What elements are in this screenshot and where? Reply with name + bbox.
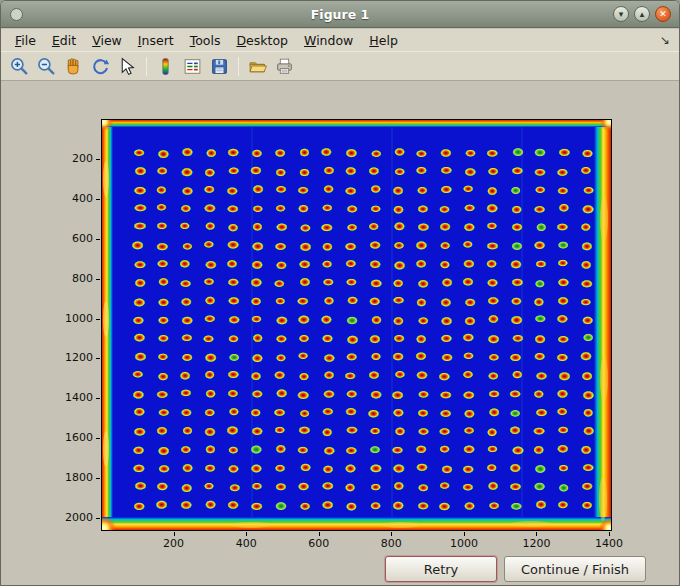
y-tick-label: 1200	[47, 351, 93, 364]
y-tick-mark	[96, 319, 100, 320]
toolbar-separator	[146, 57, 147, 76]
y-tick-label: 200	[47, 152, 93, 165]
x-tick-label: 1000	[442, 537, 486, 550]
data-cursor-icon[interactable]	[115, 54, 140, 79]
menu-file[interactable]: File	[7, 30, 44, 51]
menu-bar: FileEditViewInsertToolsDesktopWindowHelp…	[1, 29, 679, 51]
x-tick-mark	[464, 532, 465, 536]
y-tick-mark	[96, 239, 100, 240]
x-tick-label: 1200	[514, 537, 558, 550]
y-tick-mark	[96, 279, 100, 280]
y-tick-label: 1000	[47, 312, 93, 325]
y-tick-label: 2000	[47, 511, 93, 524]
y-tick-mark	[96, 358, 100, 359]
y-tick-mark	[96, 199, 100, 200]
insert-colorbar-icon[interactable]	[153, 54, 178, 79]
y-tick-mark	[96, 438, 100, 439]
minimize-button[interactable]: ▾	[613, 6, 629, 22]
y-tick-label: 1600	[47, 431, 93, 444]
figure-window: Figure 1 ▾▴✕ FileEditViewInsertToolsDesk…	[0, 0, 680, 586]
menu-items: FileEditViewInsertToolsDesktopWindowHelp	[1, 30, 406, 51]
toolbar	[1, 51, 679, 81]
open-folder-icon[interactable]	[245, 54, 270, 79]
zoom-out-icon[interactable]	[34, 54, 59, 79]
dock-figure-icon[interactable]: ↘	[660, 33, 670, 47]
menu-window[interactable]: Window	[296, 30, 361, 51]
y-tick-mark	[96, 398, 100, 399]
x-tick-label: 800	[369, 537, 413, 550]
x-tick-label: 200	[152, 537, 196, 550]
continue-finish-button[interactable]: Continue / Finish	[504, 556, 646, 582]
menu-view[interactable]: View	[84, 30, 130, 51]
print-icon[interactable]	[272, 54, 297, 79]
y-tick-mark	[96, 159, 100, 160]
insert-legend-icon[interactable]	[180, 54, 205, 79]
toolbar-separator	[238, 57, 239, 76]
menu-insert[interactable]: Insert	[130, 30, 182, 51]
save-icon[interactable]	[207, 54, 232, 79]
x-tick-label: 600	[297, 537, 341, 550]
menu-help[interactable]: Help	[361, 30, 406, 51]
y-tick-label: 1800	[47, 471, 93, 484]
window-controls: ▾▴✕	[613, 6, 671, 22]
x-tick-mark	[174, 532, 175, 536]
x-tick-label: 400	[224, 537, 268, 550]
menu-desktop[interactable]: Desktop	[228, 30, 296, 51]
y-tick-label: 400	[47, 192, 93, 205]
menu-edit[interactable]: Edit	[44, 30, 84, 51]
plot-image[interactable]	[101, 119, 612, 531]
y-tick-mark	[96, 518, 100, 519]
x-tick-mark	[609, 532, 610, 536]
zoom-in-icon[interactable]	[7, 54, 32, 79]
title-bar[interactable]: Figure 1 ▾▴✕	[1, 1, 679, 28]
retry-button[interactable]: Retry	[385, 556, 497, 582]
x-tick-mark	[246, 532, 247, 536]
axes	[101, 119, 612, 531]
x-tick-label: 1400	[587, 537, 631, 550]
x-tick-mark	[391, 532, 392, 536]
x-tick-mark	[536, 532, 537, 536]
y-tick-label: 800	[47, 272, 93, 285]
close-button[interactable]: ✕	[655, 6, 671, 22]
window-title: Figure 1	[1, 7, 679, 22]
y-tick-label: 600	[47, 232, 93, 245]
y-tick-label: 1400	[47, 391, 93, 404]
x-tick-mark	[319, 532, 320, 536]
maximize-button[interactable]: ▴	[634, 6, 650, 22]
pan-icon[interactable]	[61, 54, 86, 79]
rotate-3d-icon[interactable]	[88, 54, 113, 79]
y-tick-mark	[96, 478, 100, 479]
menu-tools[interactable]: Tools	[182, 30, 229, 51]
window-menu-icon[interactable]	[10, 8, 23, 21]
